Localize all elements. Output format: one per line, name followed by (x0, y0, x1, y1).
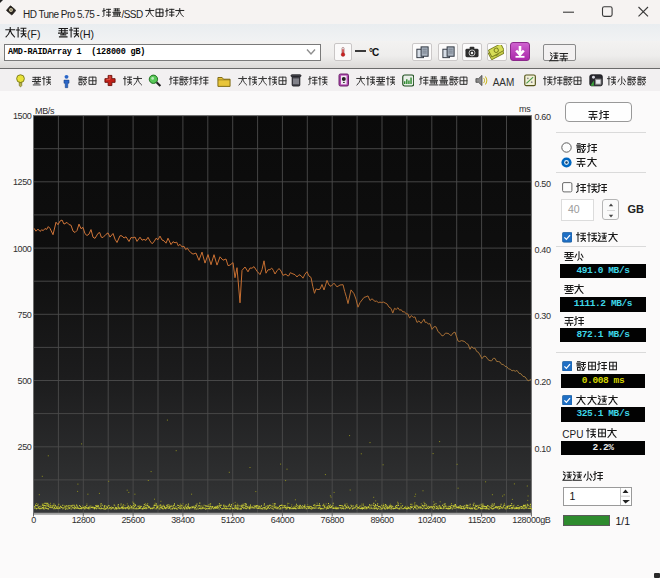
svg-text:0.10: 0.10 (535, 444, 551, 454)
svg-text:0: 0 (31, 515, 36, 525)
svg-text:MB/s: MB/s (35, 106, 55, 116)
svg-text:115200: 115200 (468, 515, 496, 525)
svg-text:0.20: 0.20 (535, 377, 551, 387)
svg-text:500: 500 (18, 376, 32, 386)
svg-text:0.30: 0.30 (535, 311, 551, 321)
svg-text:ms: ms (519, 104, 531, 114)
svg-text:89600: 89600 (370, 515, 394, 525)
svg-text:102400: 102400 (418, 515, 446, 525)
svg-text:1500: 1500 (13, 111, 32, 121)
svg-text:128000gB: 128000gB (512, 515, 551, 525)
svg-text:250: 250 (18, 442, 32, 452)
svg-text:64000: 64000 (271, 515, 295, 525)
svg-text:0.40: 0.40 (535, 245, 551, 255)
svg-text:750: 750 (18, 310, 32, 320)
svg-text:1250: 1250 (13, 177, 32, 187)
svg-text:76800: 76800 (321, 515, 345, 525)
svg-text:12800: 12800 (72, 515, 96, 525)
svg-text:0.50: 0.50 (535, 179, 551, 189)
svg-text:51200: 51200 (221, 515, 245, 525)
svg-text:1000: 1000 (13, 244, 32, 254)
svg-text:0.60: 0.60 (535, 112, 551, 122)
svg-text:38400: 38400 (171, 515, 195, 525)
svg-text:25600: 25600 (121, 515, 145, 525)
